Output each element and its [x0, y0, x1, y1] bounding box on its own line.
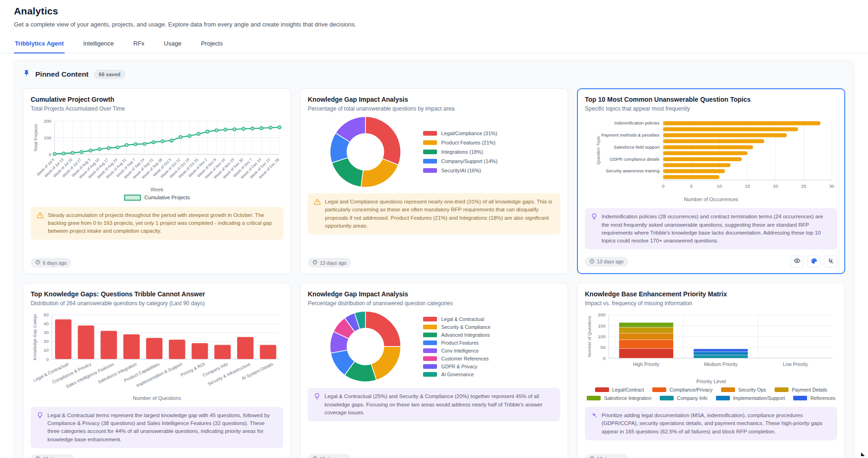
svg-text:20: 20 [773, 183, 779, 189]
analysis-note: Prioritize adding legal documentation (M… [585, 407, 837, 440]
pinned-content-panel: Pinned Content 66 saved Cumulative Proje… [13, 60, 855, 458]
line-chart: 0100200Total ProjectsWeek of Jul 6Week o… [31, 117, 283, 201]
svg-text:150: 150 [598, 323, 606, 328]
svg-text:100: 100 [44, 135, 52, 140]
svg-text:Security awareness training: Security awareness training [606, 168, 660, 173]
unpin-button[interactable] [824, 255, 837, 268]
svg-text:Total Projects: Total Projects [33, 124, 38, 151]
analysis-note: Legal & Contractual terms represent the … [31, 407, 283, 448]
svg-text:Pricing & ROI: Pricing & ROI [179, 361, 205, 378]
note-text: Legal & Contractual (25%) and Security &… [325, 393, 554, 417]
stacked-bar-chart: 050100150200High PriorityMedium Priority… [585, 311, 837, 401]
svg-text:Question Topic: Question Topic [596, 136, 601, 164]
timestamp-badge: 13 days ago [308, 258, 351, 268]
timestamp-badge: 13 days ago [585, 257, 628, 267]
svg-text:0: 0 [603, 356, 606, 361]
eye-icon [794, 257, 801, 266]
sparkles-icon [591, 412, 597, 421]
svg-text:High Priority: High Priority [633, 362, 659, 367]
note-text: Indemnification policies (28 occurrences… [602, 213, 831, 245]
svg-text:15: 15 [745, 183, 750, 189]
lightbulb-icon [314, 393, 320, 402]
svg-text:5: 5 [690, 183, 693, 189]
card-priority-matrix[interactable]: Knowledge Base Enhancement Priority Matr… [577, 283, 845, 458]
svg-text:0: 0 [49, 152, 52, 157]
pinned-content-header: Pinned Content 66 saved [23, 70, 845, 79]
donut-chart: Legal/Compliance (31%)Product Features (… [308, 117, 560, 187]
svg-text:Salesforce field support: Salesforce field support [614, 144, 660, 150]
note-text: Legal and Compliance questions represent… [325, 198, 554, 230]
tab-tribblytics-agent[interactable]: Tribblytics Agent [14, 39, 65, 53]
warning-icon [314, 198, 321, 208]
svg-text:30: 30 [829, 183, 835, 189]
svg-text:Knowledge Gap Catego: Knowledge Gap Catego [32, 314, 37, 360]
lightbulb-icon [37, 412, 43, 421]
card-knowledge-gap-impact-analysis[interactable]: Knowledge Gap Impact Analysis Percentage… [300, 88, 568, 274]
tab-projects[interactable]: Projects [200, 39, 224, 53]
unpin-icon [828, 258, 834, 266]
pinned-content-title: Pinned Content [35, 70, 89, 79]
svg-text:10: 10 [44, 348, 49, 353]
svg-text:20: 20 [44, 339, 49, 344]
svg-text:25: 25 [801, 183, 807, 189]
clock-icon [35, 456, 40, 458]
svg-text:Low Priority: Low Priority [783, 362, 808, 367]
svg-text:Number of Questions: Number of Questions [587, 316, 592, 357]
svg-text:Payment methods & penalties: Payment methods & penalties [602, 132, 660, 137]
card-title: Knowledge Base Enhancement Priority Matr… [585, 290, 837, 298]
x-axis-label: Priority Level [585, 379, 837, 384]
card-title: Cumulative Project Growth [31, 96, 283, 103]
svg-text:50: 50 [601, 345, 606, 350]
view-button[interactable] [790, 255, 804, 268]
warning-icon [37, 212, 44, 221]
analysis-note: Legal & Contractual (25%) and Security &… [308, 388, 560, 421]
chart-legend: Salesforce IntegrationCompany InfoImplem… [585, 395, 837, 401]
palette-button[interactable] [807, 255, 821, 268]
timestamp-badge: 13 days ago [585, 454, 628, 458]
card-top-knowledge-gaps[interactable]: Top Knowledge Gaps: Questions Tribble Ca… [23, 283, 291, 458]
card-subtitle: Percentage of total unanswerable questio… [308, 105, 560, 112]
horizontal-bar-chart: 051015202530Indemnification policiesPaym… [585, 117, 837, 202]
saved-count-badge: 66 saved [94, 70, 126, 79]
clock-icon [35, 260, 40, 266]
note-text: Prioritize adding legal documentation (M… [602, 412, 831, 436]
card-subtitle: Percentage distribution of unanswered qu… [308, 300, 560, 307]
page-header: Analytics Get a complete view of your ag… [0, 0, 868, 28]
vertical-bar-chart: 01020304050Legal & ContractualCompliance… [31, 311, 283, 400]
pin-icon [23, 70, 30, 79]
analysis-note: Steady accumulation of projects througho… [31, 207, 283, 240]
card-actions [790, 255, 837, 268]
svg-text:Salesforce Integration: Salesforce Integration [97, 361, 138, 385]
tab-rfx[interactable]: RFx [133, 39, 146, 53]
svg-text:100: 100 [598, 334, 606, 339]
svg-text:0: 0 [46, 357, 49, 362]
donut-chart: Legal & ContractualSecurity & Compliance… [308, 311, 560, 382]
x-axis-label: Number of Questions [31, 395, 283, 401]
svg-text:10: 10 [717, 183, 722, 189]
tab-intelligence[interactable]: Intelligence [82, 39, 115, 53]
card-subtitle: Distribution of 264 unanswerable questio… [31, 300, 283, 307]
card-knowledge-gap-impact-analysis-2[interactable]: Knowledge Gap Impact Analysis Percentage… [300, 283, 568, 458]
svg-text:GDPR compliance details: GDPR compliance details [610, 157, 659, 162]
note-text: Legal & Contractual terms represent the … [47, 412, 277, 444]
svg-text:50: 50 [44, 313, 49, 318]
clock-icon [312, 456, 318, 458]
card-cumulative-project-growth[interactable]: Cumulative Project Growth Total Projects… [23, 88, 291, 274]
tab-usage[interactable]: Usage [163, 39, 183, 53]
card-subtitle: Specific topics that appear most frequen… [585, 105, 837, 112]
timestamp-badge: 13 days ago [31, 454, 74, 458]
note-text: Steady accumulation of projects througho… [48, 211, 277, 236]
card-title: Knowledge Gap Impact Analysis [308, 290, 560, 298]
x-axis-label: Number of Occurrences [585, 196, 837, 202]
card-subtitle: Impact vs. frequency of missing informat… [585, 300, 837, 307]
mouse-cursor [861, 450, 865, 458]
clock-icon [590, 456, 595, 458]
svg-text:Indemnification policies: Indemnification policies [614, 120, 660, 125]
svg-text:40: 40 [44, 321, 49, 327]
card-subtitle: Total Projects Accumulated Over Time [31, 105, 283, 112]
card-top-unanswerable-question-topics[interactable]: Top 10 Most Common Unanswerable Question… [577, 88, 845, 274]
card-title: Knowledge Gap Impact Analysis [308, 96, 560, 103]
svg-text:Medium Priority: Medium Priority [704, 362, 738, 367]
analysis-note: Indemnification policies (28 occurrences… [585, 208, 837, 249]
tab-bar: Tribblytics Agent Intelligence RFx Usage… [0, 39, 868, 53]
